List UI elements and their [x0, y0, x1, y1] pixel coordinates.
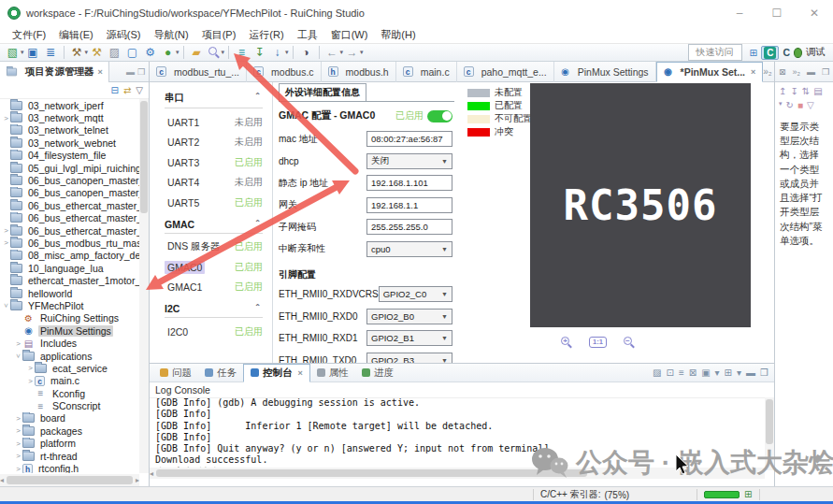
tree-item[interactable]: >board [0, 412, 139, 425]
expand-arrow-icon[interactable]: > [26, 377, 35, 385]
hierarchy-up-icon[interactable]: ↥ [779, 86, 786, 96]
editor-tab[interactable]: cmodbus.c [247, 62, 322, 82]
explorer-minmax[interactable]: ▬❒ [126, 67, 149, 77]
pin-select[interactable]: GPIO2_C0▼ [379, 286, 452, 302]
console-maximize-icon[interactable]: ❒ [760, 367, 768, 378]
tree-item[interactable]: 06_bus_ethercat_master_1moto [0, 199, 139, 211]
peripheral-item[interactable]: I2C0已启用 [165, 322, 263, 342]
tree-item[interactable]: 06_bus_canopen_master_io [0, 174, 139, 186]
perspective-grid-icon[interactable]: ⊞ [750, 47, 758, 58]
explorer-tab-close-icon[interactable]: × [98, 67, 103, 77]
flash-download-icon[interactable]: ↓ [269, 45, 285, 60]
editor-tab[interactable]: ◉*PinMux Set...× [656, 62, 764, 82]
tree-item[interactable]: 10_language_lua [0, 262, 139, 274]
pin-select[interactable]: GPIO2_B1▼ [366, 330, 452, 346]
clean-icon[interactable]: ▨ [107, 45, 122, 60]
zoom-reset-button[interactable]: 1:1 [589, 337, 607, 348]
tab-overflow-icon[interactable]: »₂ [763, 66, 771, 77]
save-icon[interactable]: ▣ [25, 45, 41, 60]
clear-console-icon[interactable]: ▨ [653, 367, 661, 378]
menu-item[interactable]: 源码(S) [100, 26, 148, 44]
peripheral-item[interactable]: UART4未启用 [165, 173, 263, 194]
wrench-icon[interactable]: ⚒ [89, 45, 105, 60]
collapse-chevron-icon[interactable]: ⌃ [254, 92, 261, 105]
c-perspective-button[interactable]: C [761, 46, 779, 60]
tree-item[interactable]: >cmain.c [0, 375, 139, 387]
explorer-vscrollbar[interactable] [139, 99, 149, 473]
peripheral-item[interactable]: UART2未启用 [165, 133, 263, 153]
tree-item[interactable]: helloworld [0, 287, 139, 299]
tree-item[interactable]: 03_network_webnet [0, 137, 139, 149]
layers-icon[interactable]: ≡ [234, 45, 250, 60]
config-tab[interactable]: 外设详细配置信息 [279, 83, 366, 101]
tree-item[interactable]: 06_bus_ethercat_master_2moto [0, 212, 139, 224]
peripheral-item[interactable]: DNS 服务器已启用 [165, 238, 263, 258]
tree-item[interactable]: ≡SConscript [0, 399, 139, 411]
tree-item[interactable]: 06_bus_canopen_master_motor [0, 187, 139, 199]
expand-arrow-icon[interactable]: > [14, 426, 22, 435]
open-folder-icon[interactable]: ▰ [189, 45, 205, 60]
open-console-caret[interactable]: ▾ [737, 367, 741, 378]
menu-item[interactable]: 窗口(W) [324, 26, 375, 44]
open-console-icon[interactable]: ⊞ [725, 367, 732, 378]
menu-item[interactable]: 导航(N) [147, 26, 194, 44]
tree-item[interactable]: ⚙RuiChing Settings [0, 312, 139, 324]
tab-close-icon[interactable]: × [751, 67, 755, 77]
debug-perspective-label[interactable]: 调试 [806, 46, 826, 59]
config-select[interactable]: cpu0▼ [366, 241, 452, 257]
new-icon-caret[interactable]: ▾ [21, 49, 24, 56]
refresh-icon[interactable]: ↻ [786, 100, 794, 110]
zoom-out-button[interactable]: − [624, 337, 635, 348]
panel-overflow-icon[interactable]: »₂ [793, 67, 801, 77]
console-tab-问题[interactable]: 问题 [153, 364, 198, 382]
peripheral-section-header[interactable]: I2C⌃ [165, 299, 263, 317]
collapse-chevron-icon[interactable]: ⌃ [254, 303, 261, 314]
expand-arrow-icon[interactable]: > [2, 238, 10, 247]
build-icon[interactable]: ⚒ [69, 45, 85, 60]
peripheral-item[interactable]: UART3已启用 [165, 152, 263, 173]
tree-item[interactable]: >06_bus_modbus_rtu_master [0, 237, 139, 249]
peripheral-section-header[interactable]: GMAC⌃ [165, 215, 263, 233]
minimize-button[interactable]: – [721, 0, 758, 26]
display-console-caret[interactable]: ▾ [715, 367, 720, 378]
view-menu-icon[interactable]: ▽ [807, 100, 814, 110]
save-all-icon[interactable]: ≣ [43, 45, 59, 60]
console-hscrollbar[interactable]: ◂ [150, 468, 765, 479]
maximize-button[interactable]: ☐ [758, 0, 796, 26]
stop-icon[interactable]: ■ [797, 100, 803, 110]
tree-item[interactable]: ethercat_master_1motor_1io [0, 274, 139, 286]
menu-item[interactable]: 运行(R) [242, 26, 290, 44]
console-tab-控制台[interactable]: 控制台× [243, 364, 310, 382]
editor-tab[interactable]: ◉PinMux Settings [554, 62, 656, 82]
panel-maximize-icon[interactable]: ❒ [822, 67, 829, 77]
chip-diagram[interactable]: RC3506 [530, 83, 751, 327]
tree-item[interactable]: >hrtconfig.h [0, 462, 139, 473]
tree-item[interactable]: 08_misc_amp_factory_default [0, 250, 139, 262]
flash-download-icon-caret[interactable]: ▾ [285, 49, 289, 56]
collapse-all-icon[interactable]: ⊟ [111, 85, 119, 95]
peripheral-item[interactable]: UART5已启用 [165, 193, 263, 213]
console-minimize-icon[interactable]: ▬ [746, 367, 755, 378]
expand-arrow-icon[interactable]: > [2, 226, 10, 235]
progress-view-icon[interactable]: ⊞ [744, 489, 752, 499]
panel-minimize-icon[interactable]: ▬ [807, 67, 815, 77]
search-icon-caret[interactable]: ▾ [222, 49, 225, 56]
build-icon-caret[interactable]: ▾ [85, 49, 89, 56]
gear-icon[interactable]: ⚙ [142, 45, 158, 60]
expand-arrow-icon[interactable]: > [14, 439, 22, 448]
menu-item[interactable]: 编辑(E) [52, 26, 100, 44]
new-icon[interactable]: ▧ [5, 45, 21, 60]
tree-item[interactable]: >ecat_service [0, 362, 139, 374]
tree-item[interactable]: 03_network_telnet [0, 124, 139, 137]
config-input[interactable]: 08:00:27:ae:56:87 [366, 131, 452, 147]
download-icon[interactable]: ↧ [251, 45, 267, 60]
tree-item[interactable]: >packages [0, 425, 139, 437]
console-output[interactable]: [GDB Info] (gdb) A debugging session is … [150, 397, 765, 470]
back-icon-caret[interactable]: ▾ [340, 49, 344, 56]
editor-tab[interactable]: cmain.c [396, 62, 457, 82]
expand-arrow-icon[interactable]: > [14, 452, 22, 460]
editor-tab[interactable]: cpaho_mqtt_e... [457, 62, 554, 82]
tree-item[interactable]: 05_gui_lvgl_mipi_ruiching_4_3in [0, 162, 139, 174]
display-console-icon[interactable]: ▣ [701, 367, 710, 378]
tree-item[interactable]: >applications [0, 350, 139, 362]
